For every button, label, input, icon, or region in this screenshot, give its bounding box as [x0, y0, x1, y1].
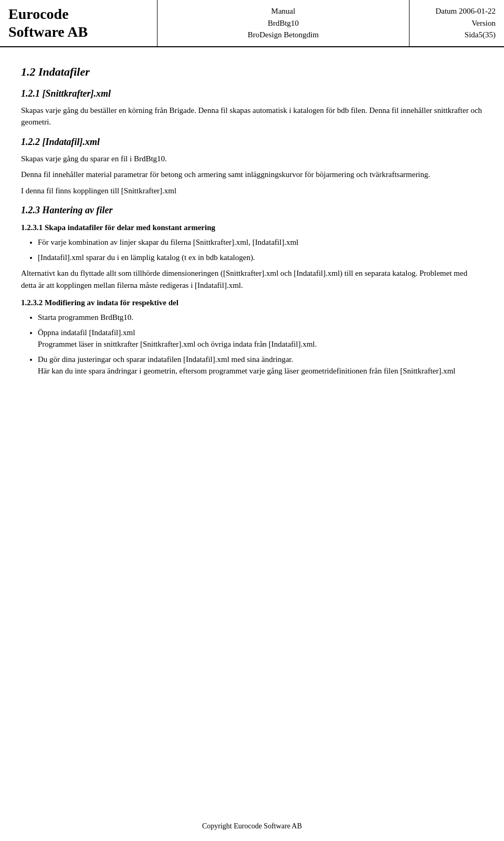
section-1-2-3-1: 1.2.3.1 Skapa indatafiler för delar med … [21, 223, 483, 291]
section-1-2-1-para1: Skapas varje gång du beställer en körnin… [21, 105, 483, 128]
list-item: Öppna indatafil [Indatafil].xmlProgramme… [38, 327, 483, 350]
header-logo: Eurocode Software AB [0, 0, 158, 46]
section-1-2-1: 1.2.1 [Snittkrafter].xml Skapas varje gå… [21, 88, 483, 128]
list-item: [Indatafil].xml sparar du i en lämplig k… [38, 252, 483, 264]
logo-text: Eurocode Software AB [8, 5, 149, 40]
main-content: 1.2 Indatafiler 1.2.1 [Snittkrafter].xml… [0, 47, 504, 416]
header-page: Sida5(35) [465, 30, 496, 39]
section-1-2-2-para2: Denna fil innehåller material parametrar… [21, 169, 483, 181]
section-1-2-1-title: 1.2.1 [Snittkrafter].xml [21, 88, 483, 99]
section-1-2-3-title: 1.2.3 Hantering av filer [21, 205, 483, 216]
page-header: Eurocode Software AB Manual BrdBtg10 Bro… [0, 0, 504, 47]
section-1-2-2-para3: I denna fil finns kopplingen till [Snitt… [21, 185, 483, 197]
section-1-2-2-title: 1.2.2 [Indatafil].xml [21, 137, 483, 148]
list-item: För varje kombination av linjer skapar d… [38, 236, 483, 248]
section-1-2-3-1-title: 1.2.3.1 Skapa indatafiler för delar med … [21, 223, 483, 232]
section-1-2-3-2-title: 1.2.3.2 Modifiering av indata för respek… [21, 298, 483, 307]
section-1-2-3-2-bullets: Starta programmen BrdBtg10. Öppna indata… [38, 312, 483, 377]
header-right: Datum 2006-01-22 Version Sida5(35) [410, 0, 504, 46]
header-brodesign-label: BroDesign Betongdim [248, 29, 319, 41]
page-footer: Copyright Eurocode Software AB [0, 822, 504, 830]
list-item: Starta programmen BrdBtg10. [38, 312, 483, 324]
section-1-2-3-1-bullets: För varje kombination av linjer skapar d… [38, 236, 483, 263]
section-1-2-title: 1.2 Indatafiler [21, 65, 483, 79]
header-brdbtg10-label: BrdBtg10 [268, 17, 299, 29]
footer-text: Copyright Eurocode Software AB [202, 822, 302, 830]
section-1-2-3-1-para1: Alternativt kan du flyttade allt som til… [21, 267, 483, 291]
section-1-2-2-para1: Skapas varje gång du sparar en fil i Brd… [21, 153, 483, 165]
header-version-label: Version [471, 19, 496, 27]
section-1-2-3: 1.2.3 Hantering av filer 1.2.3.1 Skapa i… [21, 205, 483, 377]
section-1-2-3-2: 1.2.3.2 Modifiering av indata för respek… [21, 298, 483, 377]
list-item: Du gör dina justeringar och sparar indat… [38, 354, 483, 377]
header-center: Manual BrdBtg10 BroDesign Betongdim [158, 0, 410, 46]
header-date: Datum 2006-01-22 [435, 7, 496, 15]
header-manual-label: Manual [271, 5, 296, 17]
section-1-2-2: 1.2.2 [Indatafil].xml Skapas varje gång … [21, 137, 483, 197]
